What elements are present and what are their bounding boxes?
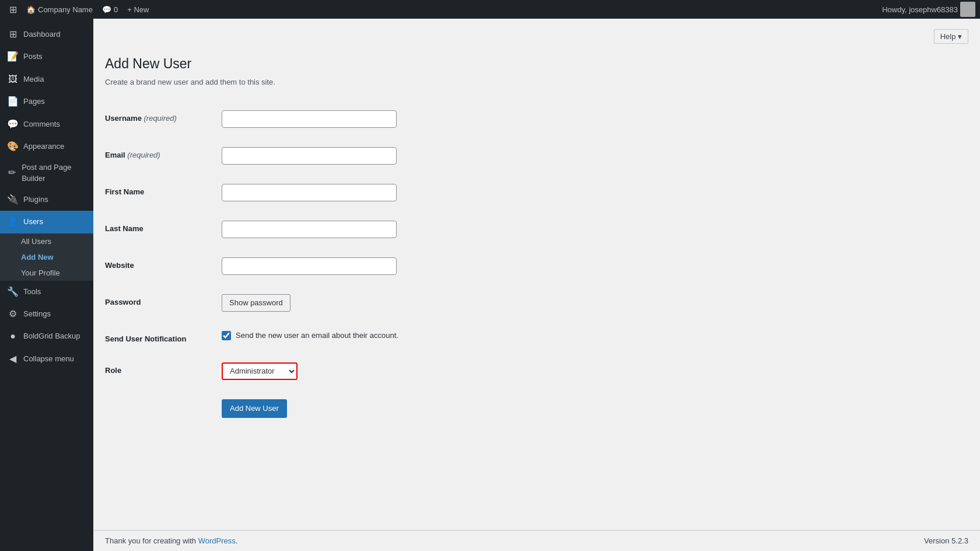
sidebar-item-media[interactable]: 🖼 Media [0, 68, 93, 90]
firstname-label: First Name [105, 184, 222, 196]
builder-icon: ✏ [7, 166, 17, 179]
username-row: Username (required) [105, 100, 630, 137]
wordpress-link[interactable]: WordPress [198, 536, 236, 545]
sidebar-item-posts[interactable]: 📝 Posts [0, 46, 93, 68]
dashboard-icon: ⊞ [7, 28, 19, 41]
add-new-user-button[interactable]: Add New User [222, 399, 287, 418]
wp-icon: ⊞ [9, 4, 17, 15]
sidebar-item-tools[interactable]: 🔧 Tools [0, 281, 93, 303]
users-icon: 👤 [7, 215, 19, 228]
website-label: Website [105, 257, 222, 270]
site-name-button[interactable]: 🏠 Company Name [22, 0, 97, 19]
footer: Thank you for creating with WordPress. V… [93, 530, 980, 551]
version-text: Version 5.2.3 [924, 536, 968, 545]
lastname-label: Last Name [105, 221, 222, 233]
howdy-text: Howdy, josephw68383 [882, 5, 958, 14]
email-input[interactable] [222, 147, 397, 165]
sidebar-item-label: Collapse menu [23, 354, 74, 364]
send-notification-checkbox[interactable] [222, 331, 231, 340]
notification-checkbox-row: Send the new user an email about their a… [222, 331, 630, 340]
users-submenu: All Users Add New Your Profile [0, 233, 93, 281]
sidebar-item-label: Settings [23, 309, 51, 319]
admin-bar-right: Howdy, josephw68383 [882, 2, 975, 17]
sidebar-item-dashboard[interactable]: ⊞ Dashboard [0, 23, 93, 46]
email-field-container [222, 147, 630, 165]
home-icon: 🏠 [26, 5, 36, 14]
collapse-icon: ◀ [7, 353, 19, 365]
sidebar-item-label: Tools [23, 287, 41, 297]
sidebar-item-appearance[interactable]: 🎨 Appearance [0, 135, 93, 158]
password-field-container: Show password [222, 294, 630, 312]
sidebar-item-plugins[interactable]: 🔌 Plugins [0, 189, 93, 211]
sidebar-item-label: Appearance [23, 141, 64, 152]
appearance-icon: 🎨 [7, 140, 19, 153]
admin-bar-left: ⊞ 🏠 Company Name 💬 0 + New [5, 0, 882, 19]
website-row: Website [105, 247, 630, 284]
company-name-label: Company Name [38, 5, 93, 14]
notification-text: Send the new user an email about their a… [236, 331, 398, 340]
sidebar-item-users[interactable]: 👤 Users [0, 211, 93, 233]
sidebar-item-boldgrid-backup[interactable]: ● BoldGrid Backup [0, 325, 93, 347]
notification-row: Send User Notification Send the new user… [105, 321, 630, 353]
comments-count: 0 [114, 5, 118, 14]
submit-row: Add New User [105, 389, 630, 427]
sidebar-item-collapse[interactable]: ◀ Collapse menu [0, 348, 93, 370]
notification-label: Send User Notification [105, 331, 222, 343]
notification-field-container: Send the new user an email about their a… [222, 331, 630, 340]
show-password-button[interactable]: Show password [222, 294, 290, 312]
avatar [960, 2, 975, 17]
role-field-container: Administrator Editor Author Contributor … [222, 362, 630, 380]
sidebar-item-label: BoldGrid Backup [23, 331, 80, 341]
role-row: Role Administrator Editor Author Contrib… [105, 353, 630, 389]
main-content: Help ▾ Add New User Create a brand new u… [93, 19, 980, 551]
settings-icon: ⚙ [7, 308, 19, 320]
sidebar: ⊞ Dashboard 📝 Posts 🖼 Media 📄 Pages 💬 Co… [0, 19, 93, 551]
sidebar-item-label: Media [23, 74, 44, 85]
add-user-form: Username (required) Email (required) [105, 100, 630, 427]
submenu-your-profile[interactable]: Your Profile [0, 265, 93, 281]
submit-label-spacer [105, 399, 222, 403]
sidebar-menu: ⊞ Dashboard 📝 Posts 🖼 Media 📄 Pages 💬 Co… [0, 19, 93, 370]
wp-logo-button[interactable]: ⊞ [5, 0, 22, 19]
lastname-field-container [222, 221, 630, 238]
comments-button[interactable]: 💬 0 [97, 0, 123, 19]
help-button[interactable]: Help ▾ [934, 29, 968, 44]
admin-bar: ⊞ 🏠 Company Name 💬 0 + New Howdy, joseph… [0, 0, 980, 19]
pages-icon: 📄 [7, 95, 19, 108]
submenu-add-new[interactable]: Add New [0, 249, 93, 265]
lastname-row: Last Name [105, 211, 630, 247]
sidebar-item-comments[interactable]: 💬 Comments [0, 113, 93, 135]
tools-icon: 🔧 [7, 285, 19, 298]
firstname-field-container [222, 184, 630, 201]
username-input[interactable] [222, 110, 397, 128]
website-input[interactable] [222, 257, 397, 275]
new-content-button[interactable]: + New [123, 0, 153, 19]
firstname-input[interactable] [222, 184, 397, 201]
website-field-container [222, 257, 630, 275]
sidebar-item-post-page-builder[interactable]: ✏ Post and Page Builder [0, 158, 93, 188]
username-label: Username (required) [105, 110, 222, 123]
layout: ⊞ Dashboard 📝 Posts 🖼 Media 📄 Pages 💬 Co… [0, 19, 980, 551]
posts-icon: 📝 [7, 50, 19, 63]
role-label: Role [105, 362, 222, 375]
footer-text: Thank you for creating with WordPress. [105, 536, 237, 545]
sidebar-item-settings[interactable]: ⚙ Settings [0, 303, 93, 325]
email-label: Email (required) [105, 147, 222, 159]
sidebar-item-label: Pages [23, 96, 45, 107]
plugins-icon: 🔌 [7, 193, 19, 206]
email-row: Email (required) [105, 137, 630, 174]
submit-field-container: Add New User [222, 399, 630, 418]
sidebar-item-label: Posts [23, 51, 43, 62]
submenu-all-users[interactable]: All Users [0, 233, 93, 249]
sidebar-item-label: Dashboard [23, 29, 61, 40]
password-row: Password Show password [105, 284, 630, 321]
comments-icon: 💬 [102, 5, 111, 14]
password-label: Password [105, 294, 222, 306]
lastname-input[interactable] [222, 221, 397, 238]
new-label: + New [127, 5, 149, 14]
comments-nav-icon: 💬 [7, 118, 19, 131]
sidebar-item-pages[interactable]: 📄 Pages [0, 90, 93, 113]
username-field [222, 110, 630, 128]
firstname-row: First Name [105, 174, 630, 211]
role-select[interactable]: Administrator Editor Author Contributor … [222, 362, 298, 380]
